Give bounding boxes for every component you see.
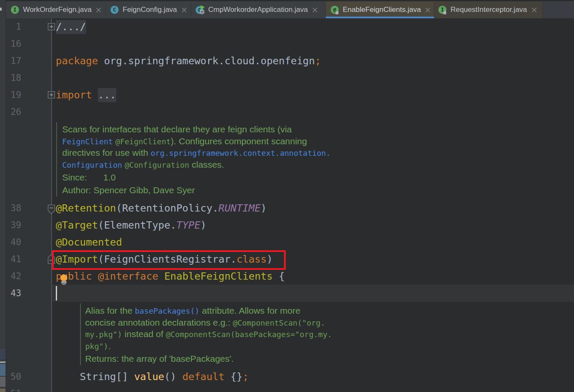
code-line-1[interactable]: 1/.../ xyxy=(6,18,574,35)
doc-text: attribute. Allows for more xyxy=(199,306,300,315)
doc-text: Returns: the array of 'basePackages'. xyxy=(85,354,234,363)
code-text: public @interface EnableFeignClients { xyxy=(56,268,285,285)
code-text: @Documented xyxy=(56,234,122,251)
code-line-42[interactable]: 42public @interface EnableFeignClients { xyxy=(6,268,574,285)
scroll-mark xyxy=(0,364,6,376)
doc-code-ref: pkg") xyxy=(85,342,108,351)
line-number: 41 xyxy=(6,251,21,268)
token: ) xyxy=(261,202,267,214)
doc-code-ref: @ComponentScan(basePackages="org.my. xyxy=(166,330,332,339)
svg-text:C: C xyxy=(113,6,116,13)
editor-tab-cmpworkorderapplication[interactable]: CCmpWorkorderApplication.java xyxy=(191,1,326,18)
tab-label[interactable]: CmpWorkorderApplication.java xyxy=(208,6,308,14)
rendered-javadoc-doc1: Scans for interfaces that declare they a… xyxy=(6,120,574,200)
code-line-18[interactable]: 18 xyxy=(6,69,574,86)
line-number: 51 xyxy=(6,385,21,392)
close-icon[interactable] xyxy=(181,7,187,13)
code-line-43[interactable]: 43 xyxy=(6,285,574,302)
doc-text: Author: Spencer Gibb, Dave Syer xyxy=(62,185,195,195)
doc-code-ref: @Configuration xyxy=(125,160,189,169)
tab-label[interactable]: EnableFeignClients.java xyxy=(343,6,421,14)
doc-code-ref: @ComponentScan("org. xyxy=(233,318,325,327)
token: package xyxy=(56,55,98,67)
token: ; xyxy=(243,371,249,383)
folded-region[interactable]: ... xyxy=(98,88,116,102)
editor-tab-bar: IWorkOrderFeign.javaCFeignConfig.javaCCm… xyxy=(6,0,574,18)
token xyxy=(92,270,98,282)
code-text: package org.springframework.cloud.openfe… xyxy=(56,52,321,69)
doc-comment-line: Returns: the array of 'basePackages'. xyxy=(85,352,234,365)
line-number: 18 xyxy=(6,69,21,86)
code-text: @Retention(RetentionPolicy.RUNTIME) xyxy=(56,200,267,217)
red-highlight-box xyxy=(52,250,286,270)
scroll-mark xyxy=(0,377,6,387)
editor-tab-feignconfig[interactable]: CFeignConfig.java xyxy=(106,1,191,18)
code-editor[interactable]: 1/.../1617package org.springframework.cl… xyxy=(6,18,574,392)
scroll-mark xyxy=(0,349,6,359)
code-line-41[interactable]: 41@Import(FeignClientsRegistrar.class) xyxy=(6,251,574,268)
code-line-16[interactable]: 16 xyxy=(6,35,574,52)
doc-code-ref: basePackages() xyxy=(135,306,200,315)
close-icon[interactable] xyxy=(531,7,537,13)
rendered-javadoc-doc2: Alias for the basePackages() attribute. … xyxy=(6,302,574,368)
fold-collapsed-icon[interactable] xyxy=(48,89,55,102)
code-text: /.../ xyxy=(56,18,86,35)
doc-text: Scans for interfaces that declare they a… xyxy=(62,124,292,134)
token: (ElementType. xyxy=(98,219,176,231)
token: value xyxy=(134,371,164,383)
scroll-mark xyxy=(0,361,6,363)
doc-comment-line: Alias for the basePackages() attribute. … xyxy=(85,305,300,317)
annotation-locked-icon: @ xyxy=(330,5,339,14)
doc-comment-line: concise annotation declarations e.g.: @C… xyxy=(85,317,325,329)
doc-code-ref: FeignClient xyxy=(62,137,113,146)
doc-comment-border xyxy=(56,122,57,197)
tab-label[interactable]: FeignConfig.java xyxy=(123,6,177,14)
code-line-51[interactable]: 51 xyxy=(6,385,574,392)
scroll-mark xyxy=(0,389,6,392)
token: (RetentionPolicy. xyxy=(116,202,218,214)
code-line-19[interactable]: 19import ... xyxy=(6,86,574,103)
editor-tab-requestinterceptor[interactable]: IRequestInterceptor.java xyxy=(434,1,543,18)
line-number: 42 xyxy=(6,268,21,285)
line-number: 39 xyxy=(6,217,21,234)
doc-text: . xyxy=(108,341,111,351)
line-number: 16 xyxy=(6,35,21,52)
close-icon[interactable] xyxy=(425,7,431,13)
tool-window-strip xyxy=(0,0,6,392)
token xyxy=(92,89,98,101)
doc-code-ref: @FeignClient xyxy=(115,137,171,146)
code-line-50[interactable]: 50 String[] value() default {}; xyxy=(6,368,574,385)
editor-tab-enablefeignclients[interactable]: @EnableFeignClients.java xyxy=(326,1,434,18)
folded-region[interactable]: /.../ xyxy=(56,20,86,34)
caret-line-highlight xyxy=(52,285,574,302)
doc-text: ). Configures component scanning xyxy=(171,136,307,146)
token: ) xyxy=(201,219,207,231)
token: @Target xyxy=(56,219,98,231)
close-icon[interactable] xyxy=(95,7,102,13)
doc-comment-line: my.pkg") instead of @ComponentScan(baseP… xyxy=(85,328,332,340)
close-icon[interactable] xyxy=(312,7,318,13)
doc-comment-line: Configuration @Configuration classes. xyxy=(62,159,224,171)
doc-comment-line: Scans for interfaces that declare they a… xyxy=(62,123,292,135)
line-number: 17 xyxy=(6,52,21,69)
doc-comment-line: pkg"). xyxy=(85,340,111,352)
fold-collapsed-icon[interactable] xyxy=(48,21,55,34)
doc-text: concise annotation declarations e.g.: xyxy=(85,318,233,327)
editor-tab-workorderfeign[interactable]: IWorkOrderFeign.java xyxy=(6,1,106,18)
tab-label[interactable]: RequestInterceptor.java xyxy=(451,6,527,14)
tab-label[interactable]: WorkOrderFeign.java xyxy=(23,6,92,14)
class-icon: C xyxy=(110,5,119,14)
doc-code-ref: my.pkg") xyxy=(85,330,122,339)
code-line-39[interactable]: 39@Target(ElementType.TYPE) xyxy=(6,217,574,234)
tab-bar-empty-space xyxy=(543,1,574,18)
code-line-40[interactable]: 40@Documented xyxy=(6,234,574,251)
code-text: @Target(ElementType.TYPE) xyxy=(56,217,207,234)
fold-start-icon[interactable] xyxy=(48,204,55,217)
doc-text: classes. xyxy=(189,160,224,169)
doc-text: 1.0 xyxy=(103,172,115,182)
code-line-26[interactable]: 26 xyxy=(6,103,574,120)
code-line-38[interactable]: 38@Retention(RetentionPolicy.RUNTIME) xyxy=(6,200,574,217)
code-line-17[interactable]: 17package org.springframework.cloud.open… xyxy=(6,52,574,69)
token: () xyxy=(164,371,182,383)
token xyxy=(158,270,164,282)
